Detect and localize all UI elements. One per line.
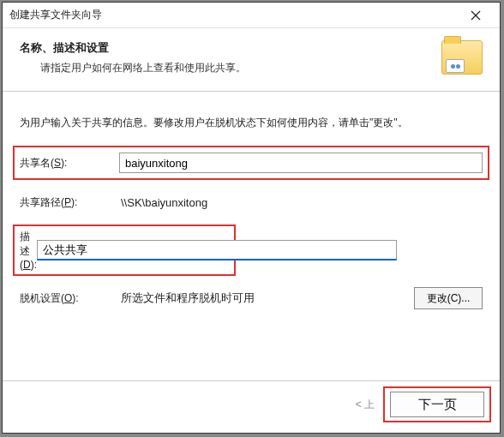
wizard-header-subtitle: 请指定用户如何在网络上查看和使用此共享。: [20, 61, 433, 75]
wizard-footer: < 上 下一页: [3, 380, 500, 433]
highlight-next: 下一页: [383, 386, 491, 422]
description-label: 描述(D):: [20, 230, 37, 271]
back-button: < 上: [351, 397, 380, 413]
window-title: 创建共享文件夹向导: [9, 8, 459, 22]
highlight-share-name: 共享名(S):: [13, 146, 489, 180]
instruction-text: 为用户输入关于共享的信息。要修改用户在脱机状态下如何使用内容，请单击"更改"。: [20, 116, 483, 130]
next-button[interactable]: 下一页: [390, 392, 484, 417]
share-path-label: 共享路径(P):: [20, 195, 119, 210]
shared-folder-icon: [441, 40, 483, 75]
offline-settings-label: 脱机设置(O):: [20, 291, 119, 306]
close-button[interactable]: [459, 3, 493, 27]
wizard-header-title: 名称、描述和设置: [20, 40, 433, 56]
wizard-header: 名称、描述和设置 请指定用户如何在网络上查看和使用此共享。: [3, 28, 500, 92]
share-path-value: \\SK\baiyunxitong: [119, 194, 483, 212]
wizard-body: 为用户输入关于共享的信息。要修改用户在脱机状态下如何使用内容，请单击"更改"。 …: [3, 92, 500, 380]
change-offline-button[interactable]: 更改(C)...: [414, 287, 483, 309]
wizard-window: 创建共享文件夹向导 名称、描述和设置 请指定用户如何在网络上查看和使用此共享。 …: [2, 2, 501, 434]
share-name-input[interactable]: [119, 153, 483, 173]
close-icon: [471, 10, 481, 21]
share-name-label: 共享名(S):: [20, 156, 119, 171]
highlight-description: 描述(D):: [13, 224, 236, 276]
titlebar: 创建共享文件夹向导: [3, 3, 500, 28]
wizard-header-text: 名称、描述和设置 请指定用户如何在网络上查看和使用此共享。: [20, 40, 433, 75]
description-input[interactable]: [37, 240, 397, 260]
offline-settings-value: 所选文件和程序脱机时可用: [119, 288, 405, 308]
